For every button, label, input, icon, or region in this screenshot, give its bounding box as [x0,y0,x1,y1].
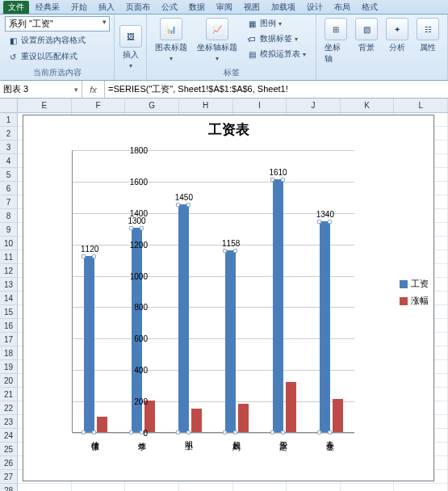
tab-file[interactable]: 文件 [3,1,29,14]
row-header[interactable]: 17 [0,333,17,346]
name-box[interactable]: 图表 3 [0,81,82,98]
data-label: 1610 [262,168,295,177]
bar-raise[interactable] [286,382,296,432]
row-header[interactable]: 15 [0,305,17,319]
y-tick-label: 400 [134,366,148,375]
tab-review[interactable]: 审阅 [211,1,237,14]
legend-item-raise[interactable]: 涨幅 [400,295,429,307]
row-header[interactable]: 27 [0,470,17,484]
y-tick-label: 1800 [130,146,148,155]
bar-raise[interactable] [97,417,107,432]
background-button[interactable]: ▧背景 [352,16,381,78]
chart-object[interactable]: 工资表 112013001450115816101340 工资 涨幅 02004… [23,115,434,481]
legend-button[interactable]: ▦图例 ▾ [244,16,308,31]
tab-addins[interactable]: 加载项 [266,1,300,14]
formula-input[interactable]: =SERIES("工资", Sheet1!$A$1:$A$6, Sheet1! [105,81,448,98]
row-header[interactable]: 26 [0,456,17,470]
analysis-button[interactable]: ✦分析 [383,16,412,78]
column-header[interactable]: H [179,99,233,112]
column-header[interactable]: K [341,99,395,112]
row-header[interactable]: 4 [0,154,17,168]
legend-item-salary[interactable]: 工资 [400,278,429,290]
cell[interactable] [179,484,233,491]
tab-view[interactable]: 视图 [239,1,265,14]
chart-title[interactable]: 工资表 [23,115,433,141]
row-header[interactable]: 19 [0,360,17,374]
cell[interactable] [287,484,341,491]
row-header[interactable]: 25 [0,443,17,456]
row-header[interactable]: 12 [0,264,17,278]
row-header[interactable]: 1 [0,113,17,127]
row-header[interactable]: 11 [0,250,17,264]
column-header[interactable]: F [72,99,126,112]
y-tick-label: 1400 [130,208,148,217]
column-header[interactable]: L [394,99,448,112]
column-header[interactable]: G [125,99,179,112]
row-header[interactable]: 10 [0,237,17,250]
axis-title-button[interactable]: 📈坐标轴标题▾ [194,16,241,65]
tab-layout[interactable]: 布局 [329,1,355,14]
tab-formulas[interactable]: 公式 [157,1,182,14]
insert-button[interactable]: 🖼 插入▾ [116,23,145,71]
cell[interactable] [125,484,179,491]
row-header[interactable]: 2 [0,127,17,141]
column-header[interactable]: E [18,99,72,112]
y-tick-label: 200 [134,397,148,406]
row-header[interactable]: 7 [0,195,17,209]
bar-salary[interactable] [273,179,283,432]
legend[interactable]: 工资 涨幅 [400,278,429,312]
group-label-labels: 标签 [152,65,311,78]
row-header[interactable]: 20 [0,374,17,388]
row-header[interactable]: 8 [0,209,17,223]
column-header[interactable]: I [233,99,287,112]
row-header[interactable]: 6 [0,182,17,195]
row-header[interactable]: 21 [0,388,17,401]
format-selection-button[interactable]: ◧设置所选内容格式 [5,33,109,48]
row-header[interactable]: 9 [0,223,17,237]
bar-raise[interactable] [238,404,249,432]
row-header[interactable]: 14 [0,292,17,305]
properties-icon: ☷ [417,18,439,40]
reset-style-button[interactable]: ↺重设以匹配样式 [5,49,109,64]
cell[interactable] [233,484,287,491]
chart-element-combo[interactable]: 系列 "工资" [5,16,110,31]
column-header[interactable]: J [287,99,341,112]
axes-button[interactable]: ⊞坐标轴 [321,16,350,78]
y-tick-label: 0 [143,429,148,438]
cell[interactable] [18,484,72,491]
bar-salary[interactable] [225,250,236,432]
row-header[interactable]: 23 [0,415,17,429]
bar-salary[interactable] [320,221,330,432]
reset-icon: ↺ [7,51,19,62]
row-header[interactable]: 24 [0,429,17,443]
row-header[interactable]: 13 [0,278,17,292]
data-table-button[interactable]: ▤模拟运算表 ▾ [244,47,308,61]
properties-button[interactable]: ☷属性 [413,16,442,78]
bar-salary[interactable] [84,256,94,432]
row-header[interactable]: 16 [0,319,17,333]
bar-salary[interactable] [178,204,189,432]
plot-area[interactable]: 112013001450115816101340 工资 涨幅 020040060… [23,141,433,468]
row-header[interactable]: 28 [0,484,17,491]
cell[interactable] [341,484,395,491]
chart-title-button[interactable]: 📊图表标题▾ [152,16,191,65]
tab-data[interactable]: 数据 [184,1,210,14]
row-header[interactable]: 22 [0,401,17,415]
fx-button[interactable]: fx [82,81,105,98]
data-label: 1120 [73,245,106,254]
tab-pagelayout[interactable]: 页面布 [121,1,155,14]
row-header[interactable]: 3 [0,141,17,154]
tab-format[interactable]: 格式 [357,1,383,14]
tab-design[interactable]: 设计 [302,1,328,14]
bar-raise[interactable] [191,409,202,432]
select-all-corner[interactable] [0,99,17,113]
tab-home[interactable]: 开始 [66,1,92,14]
row-header[interactable]: 5 [0,168,17,182]
cell[interactable] [394,484,448,491]
row-header[interactable]: 18 [0,346,17,360]
tab-insert[interactable]: 插入 [94,1,119,14]
tab-classic[interactable]: 经典采 [31,1,65,14]
bar-raise[interactable] [333,399,343,432]
cell[interactable] [72,484,126,491]
data-labels-button[interactable]: 🏷数据标签 ▾ [244,31,308,46]
